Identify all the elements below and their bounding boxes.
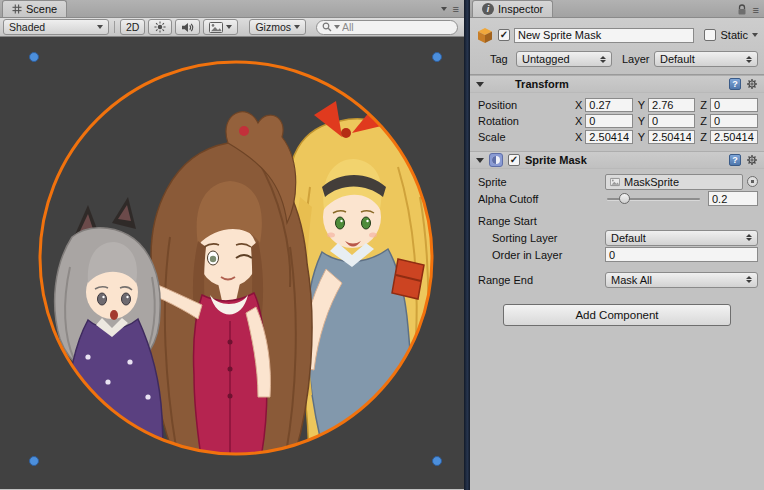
alpha-cutoff-slider[interactable]	[605, 192, 702, 206]
help-book-icon[interactable]	[729, 78, 741, 90]
alpha-cutoff-slider-thumb[interactable]	[619, 193, 630, 204]
info-icon	[482, 3, 494, 15]
sprite-mask-header[interactable]: Sprite Mask	[470, 151, 764, 169]
scene-tabbar: Scene ≡	[0, 0, 464, 18]
selection-handle[interactable]	[30, 53, 39, 62]
sorting-layer-dropdown[interactable]: Default	[605, 230, 758, 246]
inspector-pane-icons: ≡	[737, 4, 759, 16]
search-input[interactable]	[342, 21, 432, 33]
scene-search-field[interactable]	[316, 20, 458, 35]
scene-lighting-toggle[interactable]	[148, 19, 172, 35]
sprite-object-field[interactable]: MaskSprite	[605, 174, 743, 190]
layer-label: Layer	[622, 53, 654, 65]
transform-scale-row: Scale X Y Z	[470, 129, 764, 145]
gameobject-cube-icon	[476, 26, 494, 44]
masked-sprite-artwork	[55, 99, 441, 481]
position-label: Position	[478, 99, 575, 111]
order-in-layer-input[interactable]	[605, 247, 758, 262]
position-z-input[interactable]	[710, 98, 758, 112]
scene-viewport[interactable]	[0, 37, 464, 489]
add-component-button[interactable]: Add Component	[503, 304, 731, 326]
add-component-area: Add Component	[470, 304, 764, 326]
scene-tab-label: Scene	[26, 3, 57, 15]
position-y-input[interactable]	[648, 98, 695, 112]
dropdown-spinner-icon	[596, 56, 606, 63]
mode-2d-label: 2D	[126, 21, 139, 33]
axis-x-label: X	[575, 99, 582, 111]
draw-mode-dropdown[interactable]: Shaded	[3, 19, 109, 35]
draw-mode-label: Shaded	[9, 21, 45, 33]
axis-x-label: X	[575, 115, 582, 127]
chevron-down-icon	[97, 25, 103, 29]
scale-z-input[interactable]	[710, 130, 758, 144]
scene-panel: Scene ≡ Shaded 2D	[0, 0, 464, 490]
axis-x-label: X	[575, 131, 582, 143]
rotation-z-input[interactable]	[710, 114, 758, 128]
axis-z-label: Z	[700, 115, 707, 127]
scale-label: Scale	[478, 131, 575, 143]
help-book-icon[interactable]	[729, 154, 741, 166]
character-left	[55, 197, 164, 469]
gear-icon[interactable]	[746, 78, 758, 90]
transform-position-row: Position X Y Z	[470, 97, 764, 113]
range-end-label: Range End	[478, 274, 605, 286]
order-in-layer-label: Order in Layer	[478, 249, 605, 261]
sorting-layer-label: Sorting Layer	[478, 232, 605, 244]
search-filter-chevron-icon[interactable]	[334, 25, 340, 29]
sorting-layer-value: Default	[611, 232, 646, 244]
transform-header-icons	[729, 78, 758, 90]
pane-menu-icon[interactable]: ≡	[753, 5, 759, 15]
scale-y-input[interactable]	[648, 130, 695, 144]
mode-2d-toggle[interactable]: 2D	[120, 19, 145, 35]
alpha-cutoff-label: Alpha Cutoff	[478, 193, 605, 205]
tag-layer-row: Tag Untagged Layer Default	[476, 48, 758, 72]
sprite-row: Sprite MaskSprite	[470, 173, 764, 190]
scene-audio-toggle[interactable]	[175, 19, 200, 35]
tab-scene[interactable]: Scene	[2, 0, 67, 17]
tag-dropdown[interactable]: Untagged	[516, 51, 612, 67]
tab-inspector[interactable]: Inspector	[472, 0, 553, 17]
toolbar-separator	[114, 21, 115, 33]
alpha-cutoff-input[interactable]	[708, 191, 758, 206]
transform-header[interactable]: Transform	[470, 75, 764, 93]
sprite-mask-component-icon	[489, 153, 503, 167]
object-picker-icon[interactable]	[747, 176, 758, 187]
static-checkbox[interactable]	[704, 29, 716, 41]
transform-rotation-row: Rotation X Y Z	[470, 113, 764, 129]
lock-icon[interactable]	[737, 4, 747, 16]
range-end-row: Range End Mask All	[470, 271, 764, 288]
scale-x-input[interactable]	[585, 130, 632, 144]
alpha-cutoff-row: Alpha Cutoff	[470, 190, 764, 207]
selection-handle[interactable]	[433, 457, 442, 466]
gameobject-active-checkbox[interactable]	[498, 29, 510, 41]
gizmos-dropdown[interactable]: Gizmos	[249, 19, 306, 35]
range-end-value: Mask All	[611, 274, 652, 286]
selection-handle[interactable]	[30, 457, 39, 466]
gizmos-label: Gizmos	[255, 21, 291, 33]
layer-dropdown[interactable]: Default	[654, 51, 758, 67]
range-end-dropdown[interactable]: Mask All	[605, 272, 758, 288]
inspector-tab-label: Inspector	[498, 3, 543, 15]
gear-icon[interactable]	[746, 154, 758, 166]
pane-dropdown-icon[interactable]	[441, 7, 447, 11]
sprite-mask-enabled-checkbox[interactable]	[508, 154, 520, 166]
rotation-x-input[interactable]	[585, 114, 632, 128]
sprite-mask-title: Sprite Mask	[525, 154, 587, 166]
scene-effects-dropdown[interactable]	[203, 19, 238, 35]
position-x-input[interactable]	[585, 98, 632, 112]
gameobject-name-row: Static	[476, 22, 758, 48]
gameobject-name-input[interactable]	[514, 28, 694, 43]
image-icon	[209, 22, 223, 33]
chevron-down-icon	[226, 25, 232, 29]
foldout-arrow-icon[interactable]	[476, 82, 484, 87]
scene-viewport-art	[0, 37, 464, 489]
scene-grid-icon	[12, 4, 22, 14]
dropdown-spinner-icon	[742, 234, 752, 241]
static-dropdown-icon[interactable]	[752, 33, 758, 37]
selection-handle[interactable]	[433, 53, 442, 62]
rotation-y-input[interactable]	[648, 114, 695, 128]
axis-y-label: Y	[638, 99, 645, 111]
pane-menu-icon[interactable]: ≡	[453, 4, 459, 14]
sun-icon	[154, 21, 166, 33]
foldout-arrow-icon[interactable]	[476, 158, 484, 163]
